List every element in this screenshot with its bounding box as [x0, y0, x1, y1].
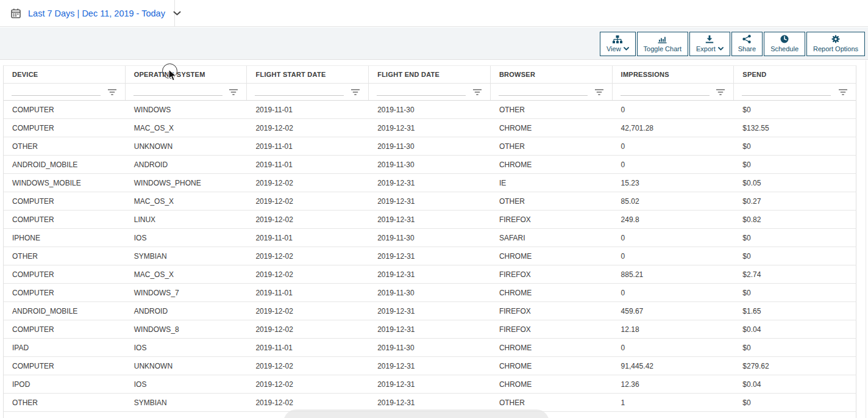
table-row[interactable]: IPODIOS2019-12-022019-12-31CHROME12.36$0… — [4, 375, 856, 394]
table-row[interactable]: IPADIOS2019-11-012019-11-30CHROME0$0 — [4, 339, 856, 357]
filter-icon[interactable] — [350, 89, 360, 96]
filter-cell-impressions — [613, 84, 735, 100]
column-header-impressions[interactable]: IMPRESSIONS — [613, 66, 735, 83]
filter-icon[interactable] — [838, 89, 848, 96]
cell-flight-start-date: 2019-11-01 — [247, 142, 369, 151]
schedule-button[interactable]: Schedule — [764, 32, 805, 56]
cell-browser: FIREFOX — [491, 270, 613, 279]
filter-cell-device — [4, 84, 126, 100]
toggle-chart-button[interactable]: Toggle Chart — [637, 32, 688, 56]
filter-icon[interactable] — [229, 89, 238, 96]
table-row[interactable]: COMPUTERMAC_OS_X2019-12-022019-12-31FIRE… — [4, 265, 856, 284]
action-bar: ViewToggle ChartExportShareScheduleRepor… — [0, 27, 868, 60]
report-table: DEVICEOPERATING SYSTEMFLIGHT START DATEF… — [3, 65, 856, 418]
cell-operating-system: ANDROID — [126, 160, 247, 169]
table-row[interactable]: COMPUTERLINUX2019-12-022019-12-31FIREFOX… — [4, 211, 856, 229]
column-header-browser[interactable]: BROWSER — [491, 66, 613, 83]
cell-operating-system: MAC_OS_X — [126, 270, 247, 279]
cell-impressions: 459.67 — [613, 307, 735, 315]
share-button[interactable]: Share — [731, 32, 763, 56]
filter-input-operating-system[interactable] — [133, 87, 222, 96]
table-row[interactable]: OTHERUNKNOWN2019-11-012019-11-30OTHER0$0 — [4, 137, 856, 156]
cell-flight-end-date: 2019-12-31 — [369, 362, 491, 370]
cell-impressions: 85.02 — [613, 197, 735, 206]
cell-device: OTHER — [4, 398, 126, 407]
cell-impressions: 0 — [613, 234, 735, 242]
table-row[interactable]: OTHERSYMBIAN2019-12-022019-12-31CHROME0$… — [4, 247, 856, 265]
cell-flight-start-date: 2019-12-02 — [247, 179, 369, 187]
export-label: Export — [696, 45, 716, 52]
table-row[interactable]: IPHONEIOS2019-11-012019-11-30SAFARI0$0 — [4, 229, 856, 247]
table-row[interactable]: WINDOWS_MOBILEWINDOWS_PHONE2019-12-02201… — [4, 174, 856, 192]
column-header-device[interactable]: DEVICE — [4, 66, 126, 83]
table-row[interactable]: ANDROID_MOBILEANDROID2019-11-012019-11-3… — [4, 156, 856, 174]
report-options-button[interactable]: Report Options — [806, 32, 865, 56]
cell-flight-start-date: 2019-12-02 — [247, 215, 369, 224]
filter-input-spend[interactable] — [742, 87, 831, 96]
cell-impressions: 0 — [613, 344, 735, 352]
column-header-flight-start-date[interactable]: FLIGHT START DATE — [247, 66, 369, 83]
cell-operating-system: WINDOWS_PHONE — [126, 179, 247, 187]
calendar-icon — [10, 8, 21, 19]
cell-flight-end-date: 2019-11-30 — [369, 289, 491, 297]
cell-spend: $0 — [734, 142, 856, 151]
cell-flight-start-date: 2019-11-01 — [247, 234, 369, 242]
cell-flight-end-date: 2019-11-30 — [369, 106, 491, 114]
cell-spend: $0 — [734, 160, 856, 169]
cell-impressions: 0 — [613, 106, 735, 114]
table-row[interactable]: ANDROID_MOBILEANDROID2019-12-022019-12-3… — [4, 302, 856, 320]
filter-cell-operating-system — [126, 84, 247, 100]
filter-icon[interactable] — [107, 89, 117, 96]
filter-input-impressions[interactable] — [621, 87, 710, 96]
export-button[interactable]: Export — [689, 32, 730, 56]
cell-device: COMPUTER — [4, 270, 126, 279]
cell-device: COMPUTER — [4, 197, 126, 206]
filter-icon[interactable] — [594, 89, 604, 96]
cell-impressions: 12.18 — [613, 325, 735, 334]
table-row[interactable]: COMPUTERMAC_OS_X2019-12-022019-12-31OTHE… — [4, 192, 856, 211]
cell-spend: $0.05 — [734, 179, 856, 187]
filter-cell-flight-start-date — [247, 84, 369, 100]
cell-flight-start-date: 2019-12-02 — [247, 362, 369, 370]
cell-flight-start-date: 2019-12-02 — [247, 197, 369, 206]
cell-flight-start-date: 2019-11-01 — [247, 106, 369, 114]
filter-input-browser[interactable] — [499, 87, 588, 96]
filter-input-flight-start-date[interactable] — [255, 87, 344, 96]
panel-right-border — [866, 60, 866, 418]
cell-flight-start-date: 2019-11-01 — [247, 160, 369, 169]
filter-icon[interactable] — [472, 89, 482, 96]
column-header-operating-system[interactable]: OPERATING SYSTEM — [126, 66, 247, 83]
cell-flight-end-date: 2019-12-31 — [369, 252, 491, 261]
cell-spend: $279.62 — [734, 362, 856, 370]
table-row[interactable]: COMPUTERWINDOWS2019-11-012019-11-30OTHER… — [4, 101, 856, 119]
cell-impressions: 885.21 — [613, 270, 735, 279]
filter-icon[interactable] — [716, 89, 725, 96]
column-header-flight-end-date[interactable]: FLIGHT END DATE — [369, 66, 491, 83]
cell-device: IPAD — [4, 344, 126, 352]
cell-device: ANDROID_MOBILE — [4, 160, 126, 169]
horizontal-scrollbar-thumb[interactable] — [283, 409, 549, 418]
table-row[interactable]: COMPUTERUNKNOWN2019-12-022019-12-31CHROM… — [4, 357, 856, 375]
table-row[interactable]: COMPUTERWINDOWS_82019-12-022019-12-31FIR… — [4, 320, 856, 339]
cell-device: COMPUTER — [4, 325, 126, 334]
cell-impressions: 42,701.28 — [613, 124, 735, 132]
table-row[interactable]: COMPUTERWINDOWS_72019-11-012019-11-30CHR… — [4, 284, 856, 302]
cell-flight-end-date: 2019-11-30 — [369, 234, 491, 242]
table-body: COMPUTERWINDOWS2019-11-012019-11-30OTHER… — [4, 101, 856, 418]
cell-spend: $0 — [734, 106, 856, 114]
view-button[interactable]: View — [600, 32, 636, 56]
cell-operating-system: WINDOWS — [126, 106, 247, 114]
cell-operating-system: MAC_OS_X — [126, 124, 247, 132]
table-row[interactable]: COMPUTERMAC_OS_X2019-12-022019-12-31CHRO… — [4, 119, 856, 137]
column-header-spend[interactable]: SPEND — [734, 66, 856, 83]
cell-flight-start-date: 2019-12-02 — [247, 270, 369, 279]
cell-spend: $0.82 — [734, 215, 856, 224]
schedule-label: Schedule — [770, 45, 799, 52]
cell-device: COMPUTER — [4, 124, 126, 132]
cell-browser: FIREFOX — [491, 215, 613, 224]
cell-operating-system: LINUX — [126, 215, 247, 224]
date-range-picker[interactable]: Last 7 Days | Dec 11, 2019 - Today — [0, 0, 175, 27]
filter-input-device[interactable] — [12, 87, 101, 96]
filter-input-flight-end-date[interactable] — [377, 87, 466, 96]
cell-browser: CHROME — [491, 252, 613, 261]
